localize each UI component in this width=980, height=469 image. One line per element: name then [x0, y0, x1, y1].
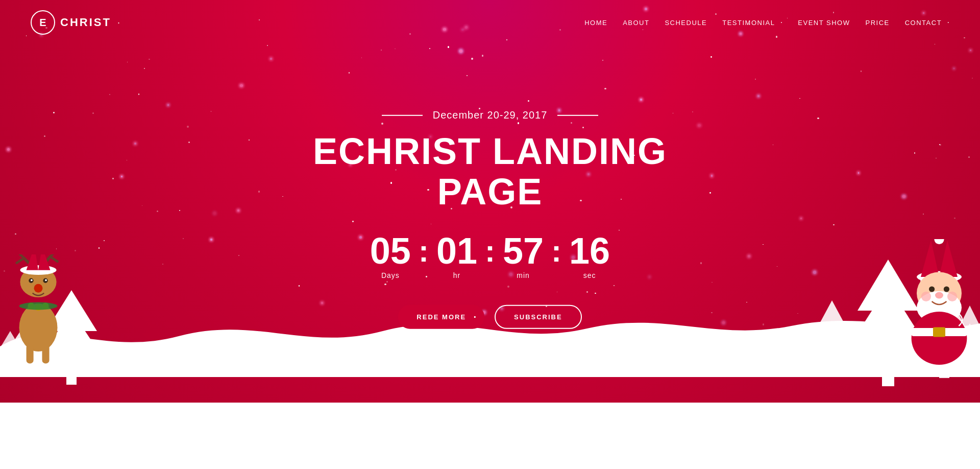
- date-line: December 20-29, 2017: [313, 109, 667, 121]
- days-label: Days: [370, 271, 411, 279]
- svg-point-38: [45, 279, 47, 281]
- read-more-button[interactable]: REDE MORE: [398, 305, 484, 329]
- date-line-left: [382, 114, 423, 115]
- svg-point-58: [912, 312, 967, 365]
- snow-ground: [0, 403, 980, 469]
- nav-item-about[interactable]: ABOUT: [623, 18, 649, 27]
- days-number: 05: [370, 232, 411, 269]
- svg-line-26: [19, 254, 24, 258]
- countdown-sep-1: :: [416, 236, 431, 267]
- hero-title-line2: PAGE: [437, 171, 543, 212]
- svg-rect-45: [42, 344, 50, 364]
- svg-point-46: [19, 302, 58, 310]
- hero-section: E CHRIST · HOME ABOUT SCHEDULE TESTIMONI…: [0, 0, 980, 469]
- nav-item-home[interactable]: HOME: [584, 18, 607, 27]
- date-line-right: [557, 114, 598, 115]
- hero-content: December 20-29, 2017 ECHRIST LANDING PAG…: [313, 109, 667, 329]
- svg-rect-6: [66, 372, 77, 385]
- navbar: E CHRIST · HOME ABOUT SCHEDULE TESTIMONI…: [0, 0, 980, 45]
- svg-point-55: [921, 292, 931, 301]
- hours-label: hr: [436, 271, 477, 279]
- countdown-sep-3: :: [549, 236, 564, 267]
- svg-line-25: [17, 258, 24, 263]
- seconds-number: 16: [569, 232, 610, 269]
- logo-letter: E: [39, 17, 46, 29]
- countdown-minutes: 57 min: [503, 232, 544, 279]
- svg-marker-49: [939, 240, 958, 277]
- svg-point-56: [947, 292, 957, 301]
- hero-buttons: REDE MORE SUBSCRIBE: [313, 305, 667, 329]
- logo-dot: ·: [117, 17, 120, 28]
- countdown-sep-2: :: [482, 236, 498, 267]
- seconds-label: sec: [569, 271, 610, 279]
- nav-item-testimonial[interactable]: TESTIMONIAL ·: [722, 18, 782, 27]
- hero-title: ECHRIST LANDING PAGE: [313, 131, 667, 212]
- nav-links: HOME ABOUT SCHEDULE TESTIMONIAL · EVENT …: [584, 18, 949, 27]
- nav-item-price[interactable]: PRICE: [865, 18, 889, 27]
- svg-rect-13: [882, 372, 894, 386]
- svg-rect-17: [939, 367, 949, 378]
- svg-point-53: [929, 286, 935, 292]
- svg-marker-22: [811, 321, 853, 357]
- svg-point-39: [34, 284, 43, 293]
- svg-point-54: [944, 286, 949, 292]
- hours-number: 01: [436, 232, 477, 269]
- logo-name: CHRIST: [60, 16, 111, 29]
- countdown-days: 05 Days: [370, 232, 411, 279]
- svg-marker-48: [921, 240, 939, 277]
- svg-line-28: [50, 256, 57, 261]
- event-date: December 20-29, 2017: [433, 109, 548, 121]
- nav-item-schedule[interactable]: SCHEDULE: [665, 18, 707, 27]
- subscribe-button[interactable]: SUBSCRIBE: [495, 305, 582, 329]
- minutes-label: min: [503, 271, 544, 279]
- countdown-hours: 01 hr: [436, 232, 477, 279]
- reindeer-character: [0, 254, 77, 367]
- countdown-seconds: 16 sec: [569, 232, 610, 279]
- svg-point-50: [934, 239, 944, 244]
- santa-character: [898, 239, 980, 367]
- hero-title-line1: ECHRIST LANDING: [313, 131, 667, 172]
- logo: E CHRIST ·: [31, 10, 120, 35]
- countdown: 05 Days : 01 hr : 57 min : 16 sec: [313, 232, 667, 279]
- svg-rect-60: [933, 327, 945, 337]
- svg-line-29: [50, 254, 55, 256]
- svg-point-57: [935, 292, 943, 299]
- svg-rect-44: [27, 344, 34, 364]
- svg-rect-23: [828, 357, 836, 367]
- logo-icon: E: [31, 10, 55, 35]
- minutes-number: 57: [503, 232, 544, 269]
- nav-item-contact[interactable]: CONTACT ·: [905, 18, 949, 27]
- nav-item-eventshow[interactable]: EVENT SHOW: [798, 18, 850, 27]
- svg-point-37: [31, 279, 33, 281]
